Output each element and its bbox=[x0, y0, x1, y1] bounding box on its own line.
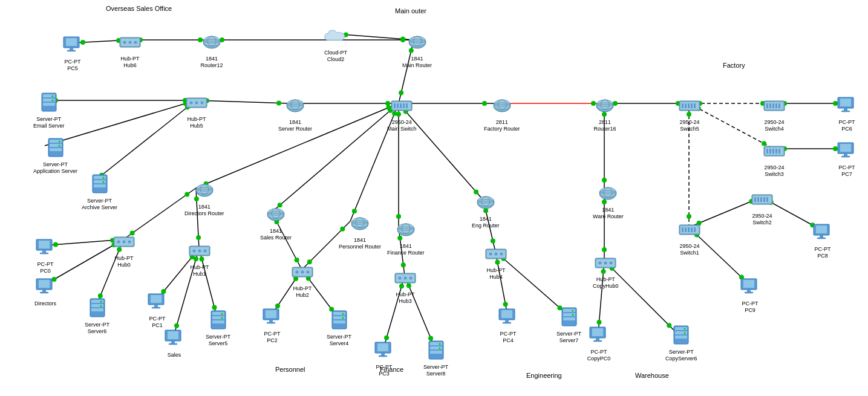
svg-point-287 bbox=[599, 262, 602, 265]
svg-rect-313 bbox=[844, 154, 847, 156]
pc-icon-pc9 bbox=[738, 275, 762, 299]
node-switch4[interactable]: 2950-24Switch4 bbox=[762, 94, 786, 132]
node-label-pc8: PC-PTPC8 bbox=[815, 246, 831, 259]
node-label-switch2: 2950-24Switch2 bbox=[752, 213, 772, 226]
node-sales[interactable]: Sales bbox=[162, 326, 186, 359]
node-factoryrouter[interactable]: 2811Factory Router bbox=[484, 94, 520, 132]
node-switch1[interactable]: 2950-24Switch1 bbox=[677, 218, 702, 256]
svg-point-174 bbox=[58, 145, 60, 147]
svg-point-242 bbox=[193, 250, 196, 253]
node-label-pc3: PC-PTPC3 bbox=[376, 364, 393, 377]
svg-rect-374 bbox=[563, 317, 575, 320]
node-cloud2[interactable]: Cloud-PTCloud2 bbox=[324, 24, 348, 63]
node-pc7[interactable]: PC-PTPC7 bbox=[835, 139, 859, 178]
hub-icon-copyhub0 bbox=[593, 251, 618, 275]
node-directors[interactable]: Directors bbox=[33, 275, 57, 307]
pc-icon-sales bbox=[162, 326, 186, 351]
node-pc5[interactable]: PC-PTPC5 bbox=[60, 33, 85, 72]
svg-point-385 bbox=[684, 328, 686, 330]
node-label-pc0: PC-PTPC0 bbox=[38, 261, 54, 274]
node-serverrouter[interactable]: 1841Server Router bbox=[278, 94, 312, 132]
node-server6[interactable]: Server-PTServer6 bbox=[85, 296, 109, 335]
node-engrouter[interactable]: 1841Eng Router bbox=[472, 190, 500, 229]
svg-point-272 bbox=[399, 277, 402, 280]
switch-icon-mainswitch bbox=[390, 94, 414, 118]
node-switch3[interactable]: 2950-24Switch3 bbox=[762, 139, 786, 178]
svg-point-244 bbox=[204, 250, 207, 253]
node-personnelrouter[interactable]: 1841Personnel Router bbox=[339, 212, 381, 250]
node-server5[interactable]: Server-PTServer5 bbox=[206, 308, 230, 347]
svg-point-356 bbox=[342, 317, 344, 319]
switch-icon-switch2 bbox=[750, 187, 774, 212]
node-label-server8: Server-PTServer8 bbox=[423, 364, 448, 377]
server-icon-server8 bbox=[424, 339, 448, 363]
node-pc9[interactable]: PC-PTPC9 bbox=[738, 275, 762, 314]
node-hub4[interactable]: Hub-PTHub4 bbox=[484, 242, 508, 281]
svg-point-233 bbox=[123, 241, 126, 244]
node-salesrouter[interactable]: 1841Sales Router bbox=[260, 203, 292, 241]
svg-rect-301 bbox=[760, 197, 762, 202]
node-pc4[interactable]: PC-PTPC4 bbox=[496, 305, 520, 344]
svg-point-355 bbox=[342, 313, 344, 315]
svg-rect-316 bbox=[816, 226, 827, 233]
svg-rect-195 bbox=[400, 103, 402, 108]
node-pc8[interactable]: PC-PTPC8 bbox=[811, 221, 835, 259]
node-router16[interactable]: 2811Router16 bbox=[593, 94, 617, 132]
node-copyhub0[interactable]: Hub-PTCopyHub0 bbox=[593, 251, 619, 290]
svg-rect-211 bbox=[685, 103, 687, 108]
cloud-icon-cloud2 bbox=[324, 24, 348, 48]
node-hub3[interactable]: Hub-PTHub3 bbox=[393, 266, 417, 305]
node-copyserver6[interactable]: Server-PTCopyServer6 bbox=[665, 323, 697, 362]
pc-icon-pc1 bbox=[145, 290, 169, 314]
router-icon-personnelrouter bbox=[348, 212, 372, 236]
node-pc1[interactable]: PC-PTPC1 bbox=[145, 290, 169, 329]
node-pc3[interactable]: PC-PTPC3 bbox=[372, 339, 396, 377]
svg-point-278 bbox=[495, 253, 498, 256]
svg-rect-296 bbox=[694, 227, 696, 232]
node-label-mainswitch: 2950-24Main Switch bbox=[387, 119, 417, 132]
node-hub5[interactable]: Hub-PTHub5 bbox=[184, 91, 209, 129]
svg-point-254 bbox=[307, 271, 310, 274]
svg-rect-218 bbox=[769, 103, 771, 108]
svg-point-288 bbox=[604, 262, 607, 265]
node-appserver[interactable]: Server-PTApplication Server bbox=[33, 136, 77, 175]
svg-rect-308 bbox=[772, 149, 774, 154]
node-mainswitch[interactable]: 2950-24Main Switch bbox=[387, 94, 417, 132]
node-mainrouter[interactable]: 1841Main Router bbox=[402, 30, 432, 69]
node-label-pc2: PC-PTPC2 bbox=[264, 331, 281, 344]
node-pc0[interactable]: PC-PTPC0 bbox=[33, 236, 57, 274]
node-financerouter[interactable]: 1841Finance Router bbox=[387, 218, 425, 256]
svg-rect-147 bbox=[67, 50, 76, 51]
node-warerouter[interactable]: 1841Ware Router bbox=[593, 181, 624, 220]
router-icon-financerouter bbox=[394, 218, 418, 242]
node-server4[interactable]: Server-PTServer4 bbox=[327, 308, 351, 347]
node-server7[interactable]: Server-PTServer7 bbox=[556, 305, 581, 344]
node-switch5[interactable]: 2950-24Switch5 bbox=[677, 94, 702, 132]
svg-point-185 bbox=[201, 102, 204, 105]
switch-icon-switch4 bbox=[762, 94, 786, 118]
node-switch2[interactable]: 2950-24Switch2 bbox=[750, 187, 774, 226]
node-archiveserver[interactable]: Server-PTArchive Server bbox=[82, 172, 117, 211]
node-copypc0[interactable]: PC-PTCopyPC0 bbox=[587, 323, 611, 362]
node-router12[interactable]: 1841Router12 bbox=[200, 30, 224, 69]
svg-rect-338 bbox=[168, 331, 178, 339]
svg-rect-358 bbox=[377, 343, 388, 351]
hub-icon-hub3 bbox=[393, 266, 417, 290]
node-emailserver[interactable]: Server-PTEmail Server bbox=[33, 91, 65, 129]
node-pc2[interactable]: PC-PTPC2 bbox=[260, 305, 284, 344]
svg-line-57 bbox=[689, 103, 774, 149]
svg-rect-317 bbox=[820, 235, 823, 238]
node-hub2[interactable]: Hub-PTHub2 bbox=[290, 260, 315, 299]
node-hub6[interactable]: Hub-PTHub6 bbox=[118, 30, 142, 69]
node-hub0[interactable]: Hub-PTHub0 bbox=[112, 230, 136, 268]
node-label-router16: 2811Router16 bbox=[593, 119, 616, 132]
node-label-cloud2: Cloud-PTCloud2 bbox=[324, 50, 347, 63]
node-pc6[interactable]: PC-PTPC6 bbox=[835, 94, 859, 132]
node-server8[interactable]: Server-PTServer8 bbox=[423, 339, 448, 377]
node-directorsrouter[interactable]: 1841Directors Router bbox=[184, 178, 224, 217]
node-label-salesrouter: 1841Sales Router bbox=[260, 228, 292, 241]
svg-rect-334 bbox=[151, 295, 162, 303]
node-label-switch3: 2950-24Switch3 bbox=[764, 164, 784, 178]
svg-point-332 bbox=[100, 305, 102, 307]
node-hub1[interactable]: Hub-PTHub1 bbox=[188, 239, 212, 278]
